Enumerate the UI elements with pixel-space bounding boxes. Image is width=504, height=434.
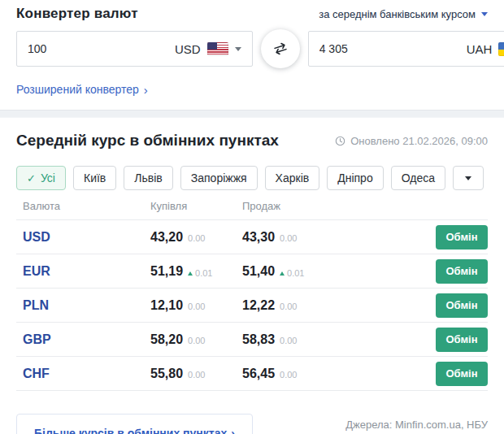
amount-to-box: UAH (308, 31, 504, 67)
buy-usd-change: 0.00 (188, 233, 205, 243)
trend-up-icon (280, 271, 285, 276)
section-divider (0, 110, 504, 118)
sell-pln-change: 0.00 (280, 302, 297, 311)
header-sell: Продаж (242, 200, 436, 212)
buy-gbp: 58,200.00 (150, 332, 242, 347)
city-filter-chip-6[interactable]: Одеса (391, 166, 445, 190)
sell-gbp: 58,830.00 (242, 332, 436, 347)
chevron-down-icon (465, 176, 471, 180)
chevron-right-icon: › (231, 427, 235, 434)
buy-usd: 43,200.00 (150, 230, 242, 245)
buy-pln-change: 0.00 (188, 302, 205, 311)
advanced-converter-label: Розширений конвертер (16, 83, 139, 96)
rate-row-gbp: GBP58,200.0058,830.00Обмін (16, 322, 488, 356)
sell-pln: 12,220.00 (242, 298, 436, 313)
amount-to-input[interactable] (319, 42, 467, 55)
city-filter-chip-4[interactable]: Харків (265, 166, 320, 190)
city-filter-chip-5[interactable]: Дніпро (327, 166, 383, 190)
rate-type-label: за середнім банківським курсом (319, 8, 476, 20)
rate-type-dropdown[interactable]: за середнім банківським курсом (319, 8, 488, 20)
city-filter-chip-3[interactable]: Запоріжжя (180, 166, 258, 190)
currency-link-chf[interactable]: CHF (16, 367, 150, 381)
currency-link-usd[interactable]: USD (16, 230, 150, 245)
city-filter-chip-1[interactable]: Київ (73, 166, 116, 190)
exchange-button-chf[interactable]: Обмін (436, 362, 488, 386)
converter-section: Конвертер валют за середнім банківським … (0, 0, 504, 110)
rate-row-pln: PLN12,100.0012,220.00Обмін (16, 288, 488, 322)
chip-label: Львів (134, 171, 162, 184)
converter-row: USD UAH (16, 29, 488, 68)
amount-from-input[interactable] (28, 42, 175, 55)
clock-icon (335, 136, 345, 146)
exchange-button-gbp[interactable]: Обмін (436, 328, 488, 352)
currency-from-code: USD (175, 42, 201, 56)
rate-row-usd: USD43,200.0043,300.00Обмін (16, 219, 488, 254)
chevron-down-icon (481, 12, 488, 16)
sell-gbp-value: 58,83 (242, 332, 275, 347)
chevron-right-icon: › (144, 84, 148, 96)
buy-eur-value: 51,19 (150, 264, 183, 279)
updated-timestamp: Оновлено 21.02.2026, 09:00 (335, 135, 488, 147)
rates-title: Середній курс в обмінних пунктах (16, 132, 279, 150)
buy-chf-change: 0.00 (188, 370, 205, 380)
currency-from-select[interactable]: USD (175, 42, 241, 56)
rates-section: Середній курс в обмінних пунктах Оновлен… (0, 118, 504, 434)
city-filter-chip-2[interactable]: Львів (124, 166, 172, 190)
table-bottom-border (16, 390, 488, 391)
swap-currencies-button[interactable] (261, 29, 300, 68)
ua-flag-icon (498, 42, 504, 56)
city-filter-chips: ✓УсіКиївЛьвівЗапоріжжяХарківДніпроОдеса (16, 166, 488, 190)
buy-gbp-change: 0.00 (188, 336, 205, 345)
sell-usd-value: 43,30 (242, 230, 275, 245)
checkmark-icon: ✓ (27, 172, 36, 184)
more-rates-label: Більше курсів в обмінних пунктах (34, 427, 227, 434)
converter-title: Конвертер валют (16, 6, 138, 22)
sell-chf: 56,450.00 (242, 367, 436, 381)
chip-label: Одеса (402, 171, 435, 184)
exchange-button-eur[interactable]: Обмін (436, 259, 488, 284)
sell-chf-value: 56,45 (242, 367, 275, 381)
sell-chf-change: 0.00 (280, 370, 297, 380)
exchange-button-usd[interactable]: Обмін (436, 225, 488, 250)
header-currency: Валюта (16, 200, 150, 212)
chip-label: Усі (41, 171, 55, 184)
updated-label: Оновлено 21.02.2026, 09:00 (350, 135, 488, 147)
more-rates-button[interactable]: Більше курсів в обмінних пунктах › (16, 414, 253, 434)
exchange-button-pln[interactable]: Обмін (436, 293, 488, 318)
header-buy: Купівля (150, 200, 242, 212)
amount-from-box: USD (16, 31, 253, 67)
buy-usd-value: 43,20 (150, 230, 183, 245)
city-filter-chip-0[interactable]: ✓Усі (16, 166, 66, 190)
advanced-converter-link[interactable]: Розширений конвертер › (16, 83, 148, 96)
sell-eur-value: 51,40 (242, 264, 275, 279)
sell-eur-change: 0.01 (280, 268, 304, 278)
currency-link-eur[interactable]: EUR (16, 264, 150, 279)
sell-usd: 43,300.00 (242, 230, 436, 245)
sell-gbp-change: 0.00 (280, 336, 297, 345)
chip-label: Запоріжжя (191, 171, 247, 184)
trend-up-icon (188, 271, 193, 276)
sell-usd-change: 0.00 (280, 233, 297, 243)
buy-chf: 55,800.00 (150, 367, 242, 381)
buy-pln-value: 12,10 (150, 298, 183, 313)
rate-row-eur: EUR51,190.0151,400.01Обмін (16, 254, 488, 288)
chip-label: Дніпро (337, 171, 372, 184)
chevron-down-icon (235, 47, 241, 51)
sources-text: Джерела: Minfin.com.ua, НБУ (345, 419, 488, 431)
currency-to-code: UAH (467, 42, 493, 56)
sell-pln-value: 12,22 (242, 298, 275, 313)
swap-arrows-icon (272, 40, 289, 58)
chip-label: Харків (276, 171, 310, 184)
table-header-row: Валюта Купівля Продаж (16, 198, 488, 214)
sell-eur: 51,400.01 (242, 264, 436, 279)
rates-table: Валюта Купівля Продаж USD43,200.0043,300… (16, 198, 488, 391)
currency-link-gbp[interactable]: GBP (16, 332, 150, 347)
buy-eur: 51,190.01 (150, 264, 242, 279)
buy-chf-value: 55,80 (150, 367, 183, 381)
city-filter-more-dropdown[interactable] (453, 166, 484, 190)
buy-eur-change: 0.01 (188, 268, 212, 278)
currency-link-pln[interactable]: PLN (16, 298, 150, 313)
rate-row-chf: CHF55,800.0056,450.00Обмін (16, 356, 488, 390)
buy-gbp-value: 58,20 (150, 332, 183, 347)
currency-to-select[interactable]: UAH (467, 42, 504, 56)
